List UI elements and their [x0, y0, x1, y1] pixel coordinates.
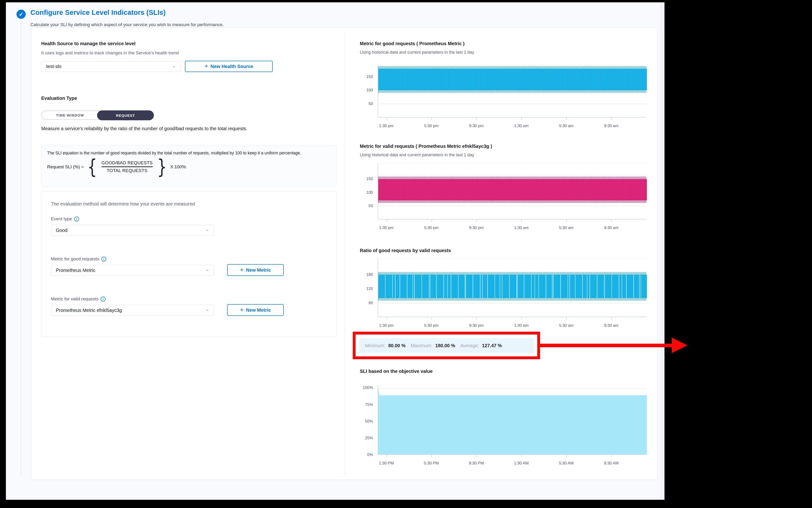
sli-equation-box: The SLI equation is the number of good r…: [41, 145, 337, 186]
info-icon[interactable]: i: [101, 257, 106, 261]
equation-row: Request SLI (%) = { GOOD/BAD REQUESTS TO…: [47, 158, 331, 175]
plus-icon: +: [240, 306, 244, 313]
x-axis: 1:30 pm5:30 pm9:30 pm1:30 am5:30 am9:30 …: [378, 122, 647, 128]
request-description: Measure a service’s reliability by the r…: [41, 125, 324, 132]
right-brace: }: [157, 158, 167, 175]
new-health-source-label: New Health Source: [210, 64, 253, 69]
event-type-value: Good: [56, 228, 205, 233]
method-intro: The evaluation method will determine how…: [51, 201, 195, 207]
x-axis: 1:30 PM5:30 PM9:30 PM1:30 AM5:30 AM9:30 …: [378, 459, 647, 466]
app-window: ✓ Configure Service Level Indicators (SL…: [6, 2, 664, 500]
chart-sli-objective: SLI based on the objective value 100%75%…: [360, 369, 647, 472]
denominator-rest: REQUESTS: [122, 168, 148, 173]
event-type-select[interactable]: Good ⌄: [51, 225, 214, 236]
plus-icon: +: [204, 62, 208, 70]
evaluation-type-label: Evaluation Type: [41, 95, 77, 101]
fraction-line: [102, 166, 153, 167]
info-icon[interactable]: i: [101, 297, 106, 302]
chart-ratio: Ratio of good requests by valid requests…: [360, 248, 647, 342]
sli-configuration-card: Health Source to manage the service leve…: [31, 28, 657, 480]
chart-good-requests: Metric for good requests ( Prometheus Me…: [360, 41, 647, 140]
chart-title: Metric for good requests ( Prometheus Me…: [360, 41, 647, 46]
y-axis: 18012060: [360, 258, 375, 317]
chevron-down-icon: ⌄: [172, 63, 176, 68]
denominator: TOTAL REQUESTS: [107, 168, 148, 173]
event-type-label: Event type: [51, 216, 72, 221]
good-metric-label-row: Metric for good requests i: [51, 256, 106, 261]
evaluation-method-box: The evaluation method will determine how…: [41, 191, 337, 337]
evaluation-type-toggle: TIME WINDOW REQUEST: [41, 111, 154, 120]
equation-lhs: Request SLI (%) =: [47, 164, 84, 169]
new-health-source-button[interactable]: + New Health Source: [185, 61, 273, 72]
page-title: Configure Service Level Indicators (SLIs…: [30, 9, 166, 16]
check-icon: ✓: [18, 11, 23, 18]
chart-title: Metric for valid requests ( Prometheus M…: [360, 143, 647, 149]
new-metric-label: New Metric: [246, 267, 271, 273]
new-metric-label: New Metric: [246, 307, 271, 313]
scrollbar-track[interactable]: [660, 2, 664, 500]
chart-title: Ratio of good requests by valid requests: [360, 248, 647, 253]
chevron-down-icon: ⌄: [205, 307, 209, 312]
event-type-label-row: Event type i: [51, 216, 79, 221]
good-metric-label: Metric for good requests: [51, 256, 99, 261]
chevron-down-icon: ⌄: [205, 267, 209, 272]
plot-area: [378, 258, 647, 317]
new-metric-button-good[interactable]: + New Metric: [227, 264, 284, 276]
screenshot-canvas: ✓ Configure Service Level Indicators (SL…: [0, 0, 812, 508]
health-source-label: Health Source to manage the service leve…: [41, 41, 136, 46]
toggle-request[interactable]: REQUEST: [97, 111, 154, 120]
valid-metric-value: Prometheus Metric efnkl5ayc3g: [56, 308, 205, 313]
equation-rhs: X 100%: [170, 164, 186, 169]
x-axis: 1:30 pm5:30 pm9:30 pm1:30 am5:30 am9:30 …: [378, 224, 647, 230]
left-brace: {: [87, 158, 97, 175]
valid-metric-label-row: Metric for valid requests i: [51, 296, 106, 302]
numerator: GOOD/BAD REQUESTS: [102, 160, 153, 166]
valid-metric-label: Metric for valid requests: [51, 296, 99, 302]
chart-valid-requests: Metric for valid requests ( Prometheus M…: [360, 143, 647, 245]
column-divider: [345, 33, 345, 475]
plus-icon: +: [240, 266, 244, 273]
annotation-arrow-line: [540, 344, 672, 347]
numerator-highlight: GOOD/BAD: [102, 160, 126, 165]
chart-subtitle: Using historical data and current parame…: [360, 50, 474, 55]
annotation-arrow-head: [672, 338, 687, 353]
plot-area: [378, 65, 647, 118]
chevron-down-icon: ⌄: [205, 227, 209, 232]
valid-metric-select[interactable]: Prometheus Metric efnkl5ayc3g ⌄: [51, 305, 214, 316]
info-icon[interactable]: i: [74, 217, 79, 221]
plot-area: [378, 385, 647, 455]
equation-fraction: GOOD/BAD REQUESTS TOTAL REQUESTS: [101, 160, 154, 173]
health-source-select[interactable]: test-slo ⌄: [41, 61, 181, 72]
good-metric-select[interactable]: Prometheus Metric ⌄: [51, 265, 214, 276]
x-axis: 1:30 pm5:30 pm9:30 pm1:30 am5:30 am9:30 …: [378, 321, 647, 328]
y-axis: 15010050: [360, 65, 375, 118]
y-axis: 100%75%50%25%0%: [360, 385, 375, 455]
denominator-highlight: TOTAL: [107, 168, 121, 173]
stepper-line: [21, 23, 21, 475]
health-source-hint: It uses logs and metrics to track change…: [41, 50, 179, 55]
plot-area: [378, 163, 647, 219]
numerator-rest: REQUESTS: [127, 160, 153, 165]
step-complete-check-icon: ✓: [16, 10, 26, 19]
annotation-highlight-box: [353, 332, 540, 359]
health-source-value: test-slo: [46, 64, 172, 69]
chart-subtitle: Using historical data and current parame…: [360, 153, 474, 158]
good-metric-value: Prometheus Metric: [56, 268, 205, 273]
chart-title: SLI based on the objective value: [360, 369, 647, 374]
page-subtitle: Calculate your SLI by defining which asp…: [30, 22, 224, 27]
toggle-time-window[interactable]: TIME WINDOW: [41, 111, 99, 119]
y-axis: 15010050: [360, 163, 375, 219]
new-metric-button-valid[interactable]: + New Metric: [227, 304, 284, 316]
